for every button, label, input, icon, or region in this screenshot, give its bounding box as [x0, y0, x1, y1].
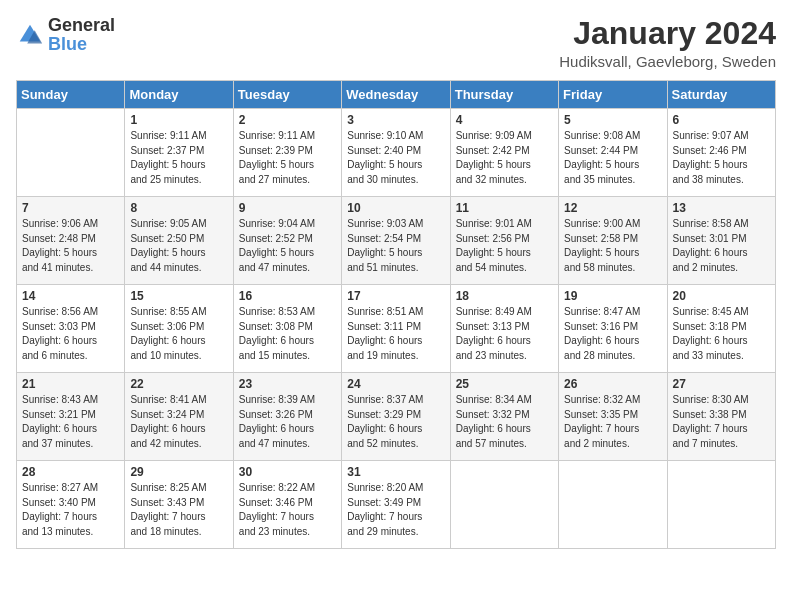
day-info: Sunrise: 9:11 AMSunset: 2:37 PMDaylight:…	[130, 129, 227, 187]
day-info: Sunrise: 9:10 AMSunset: 2:40 PMDaylight:…	[347, 129, 444, 187]
day-info: Sunrise: 8:55 AMSunset: 3:06 PMDaylight:…	[130, 305, 227, 363]
day-number: 8	[130, 201, 227, 215]
calendar-cell	[450, 461, 558, 549]
day-number: 15	[130, 289, 227, 303]
calendar-cell: 4Sunrise: 9:09 AMSunset: 2:42 PMDaylight…	[450, 109, 558, 197]
day-info: Sunrise: 8:25 AMSunset: 3:43 PMDaylight:…	[130, 481, 227, 539]
day-info: Sunrise: 8:22 AMSunset: 3:46 PMDaylight:…	[239, 481, 336, 539]
calendar-header-row: SundayMondayTuesdayWednesdayThursdayFrid…	[17, 81, 776, 109]
day-number: 1	[130, 113, 227, 127]
day-number: 31	[347, 465, 444, 479]
day-number: 22	[130, 377, 227, 391]
day-info: Sunrise: 8:27 AMSunset: 3:40 PMDaylight:…	[22, 481, 119, 539]
day-number: 13	[673, 201, 770, 215]
day-number: 16	[239, 289, 336, 303]
day-info: Sunrise: 8:20 AMSunset: 3:49 PMDaylight:…	[347, 481, 444, 539]
day-info: Sunrise: 8:41 AMSunset: 3:24 PMDaylight:…	[130, 393, 227, 451]
day-info: Sunrise: 9:11 AMSunset: 2:39 PMDaylight:…	[239, 129, 336, 187]
location-title: Hudiksvall, Gaevleborg, Sweden	[559, 53, 776, 70]
day-number: 17	[347, 289, 444, 303]
calendar-cell	[17, 109, 125, 197]
day-number: 7	[22, 201, 119, 215]
page-header: General Blue January 2024 Hudiksvall, Ga…	[16, 16, 776, 70]
weekday-header: Monday	[125, 81, 233, 109]
day-info: Sunrise: 9:08 AMSunset: 2:44 PMDaylight:…	[564, 129, 661, 187]
calendar-cell: 7Sunrise: 9:06 AMSunset: 2:48 PMDaylight…	[17, 197, 125, 285]
calendar-cell: 23Sunrise: 8:39 AMSunset: 3:26 PMDayligh…	[233, 373, 341, 461]
day-info: Sunrise: 8:32 AMSunset: 3:35 PMDaylight:…	[564, 393, 661, 451]
calendar-cell: 13Sunrise: 8:58 AMSunset: 3:01 PMDayligh…	[667, 197, 775, 285]
day-info: Sunrise: 8:37 AMSunset: 3:29 PMDaylight:…	[347, 393, 444, 451]
day-number: 5	[564, 113, 661, 127]
calendar-cell: 31Sunrise: 8:20 AMSunset: 3:49 PMDayligh…	[342, 461, 450, 549]
logo: General Blue	[16, 16, 115, 54]
logo-icon	[16, 21, 44, 49]
calendar-cell: 8Sunrise: 9:05 AMSunset: 2:50 PMDaylight…	[125, 197, 233, 285]
day-number: 30	[239, 465, 336, 479]
day-number: 3	[347, 113, 444, 127]
title-block: January 2024 Hudiksvall, Gaevleborg, Swe…	[559, 16, 776, 70]
day-number: 6	[673, 113, 770, 127]
day-number: 24	[347, 377, 444, 391]
calendar-cell: 10Sunrise: 9:03 AMSunset: 2:54 PMDayligh…	[342, 197, 450, 285]
calendar-cell: 30Sunrise: 8:22 AMSunset: 3:46 PMDayligh…	[233, 461, 341, 549]
day-number: 29	[130, 465, 227, 479]
weekday-header: Friday	[559, 81, 667, 109]
day-number: 19	[564, 289, 661, 303]
weekday-header: Saturday	[667, 81, 775, 109]
day-info: Sunrise: 9:07 AMSunset: 2:46 PMDaylight:…	[673, 129, 770, 187]
calendar-cell: 18Sunrise: 8:49 AMSunset: 3:13 PMDayligh…	[450, 285, 558, 373]
day-info: Sunrise: 8:58 AMSunset: 3:01 PMDaylight:…	[673, 217, 770, 275]
day-number: 27	[673, 377, 770, 391]
calendar-week-row: 28Sunrise: 8:27 AMSunset: 3:40 PMDayligh…	[17, 461, 776, 549]
calendar-cell: 24Sunrise: 8:37 AMSunset: 3:29 PMDayligh…	[342, 373, 450, 461]
calendar-week-row: 7Sunrise: 9:06 AMSunset: 2:48 PMDaylight…	[17, 197, 776, 285]
day-number: 11	[456, 201, 553, 215]
calendar-cell: 3Sunrise: 9:10 AMSunset: 2:40 PMDaylight…	[342, 109, 450, 197]
calendar-cell: 26Sunrise: 8:32 AMSunset: 3:35 PMDayligh…	[559, 373, 667, 461]
day-info: Sunrise: 9:01 AMSunset: 2:56 PMDaylight:…	[456, 217, 553, 275]
calendar-cell: 29Sunrise: 8:25 AMSunset: 3:43 PMDayligh…	[125, 461, 233, 549]
day-info: Sunrise: 8:56 AMSunset: 3:03 PMDaylight:…	[22, 305, 119, 363]
day-number: 20	[673, 289, 770, 303]
day-info: Sunrise: 8:39 AMSunset: 3:26 PMDaylight:…	[239, 393, 336, 451]
calendar-week-row: 14Sunrise: 8:56 AMSunset: 3:03 PMDayligh…	[17, 285, 776, 373]
calendar-cell: 6Sunrise: 9:07 AMSunset: 2:46 PMDaylight…	[667, 109, 775, 197]
day-info: Sunrise: 8:53 AMSunset: 3:08 PMDaylight:…	[239, 305, 336, 363]
day-info: Sunrise: 9:06 AMSunset: 2:48 PMDaylight:…	[22, 217, 119, 275]
day-number: 9	[239, 201, 336, 215]
day-info: Sunrise: 8:51 AMSunset: 3:11 PMDaylight:…	[347, 305, 444, 363]
month-title: January 2024	[559, 16, 776, 51]
day-info: Sunrise: 8:47 AMSunset: 3:16 PMDaylight:…	[564, 305, 661, 363]
calendar-week-row: 1Sunrise: 9:11 AMSunset: 2:37 PMDaylight…	[17, 109, 776, 197]
calendar-cell: 21Sunrise: 8:43 AMSunset: 3:21 PMDayligh…	[17, 373, 125, 461]
day-info: Sunrise: 8:43 AMSunset: 3:21 PMDaylight:…	[22, 393, 119, 451]
day-info: Sunrise: 8:34 AMSunset: 3:32 PMDaylight:…	[456, 393, 553, 451]
logo-blue: Blue	[48, 34, 87, 54]
logo-general: General	[48, 15, 115, 35]
weekday-header: Tuesday	[233, 81, 341, 109]
calendar-cell: 20Sunrise: 8:45 AMSunset: 3:18 PMDayligh…	[667, 285, 775, 373]
calendar-cell: 2Sunrise: 9:11 AMSunset: 2:39 PMDaylight…	[233, 109, 341, 197]
day-info: Sunrise: 9:04 AMSunset: 2:52 PMDaylight:…	[239, 217, 336, 275]
calendar-cell: 11Sunrise: 9:01 AMSunset: 2:56 PMDayligh…	[450, 197, 558, 285]
day-number: 23	[239, 377, 336, 391]
day-number: 26	[564, 377, 661, 391]
day-info: Sunrise: 8:30 AMSunset: 3:38 PMDaylight:…	[673, 393, 770, 451]
calendar-cell: 28Sunrise: 8:27 AMSunset: 3:40 PMDayligh…	[17, 461, 125, 549]
calendar-cell: 27Sunrise: 8:30 AMSunset: 3:38 PMDayligh…	[667, 373, 775, 461]
day-info: Sunrise: 9:03 AMSunset: 2:54 PMDaylight:…	[347, 217, 444, 275]
day-number: 2	[239, 113, 336, 127]
calendar-cell: 16Sunrise: 8:53 AMSunset: 3:08 PMDayligh…	[233, 285, 341, 373]
calendar-cell: 14Sunrise: 8:56 AMSunset: 3:03 PMDayligh…	[17, 285, 125, 373]
day-number: 25	[456, 377, 553, 391]
calendar-week-row: 21Sunrise: 8:43 AMSunset: 3:21 PMDayligh…	[17, 373, 776, 461]
day-info: Sunrise: 8:49 AMSunset: 3:13 PMDaylight:…	[456, 305, 553, 363]
calendar-cell: 9Sunrise: 9:04 AMSunset: 2:52 PMDaylight…	[233, 197, 341, 285]
day-number: 10	[347, 201, 444, 215]
calendar-table: SundayMondayTuesdayWednesdayThursdayFrid…	[16, 80, 776, 549]
day-number: 14	[22, 289, 119, 303]
day-info: Sunrise: 9:05 AMSunset: 2:50 PMDaylight:…	[130, 217, 227, 275]
weekday-header: Sunday	[17, 81, 125, 109]
calendar-cell: 19Sunrise: 8:47 AMSunset: 3:16 PMDayligh…	[559, 285, 667, 373]
